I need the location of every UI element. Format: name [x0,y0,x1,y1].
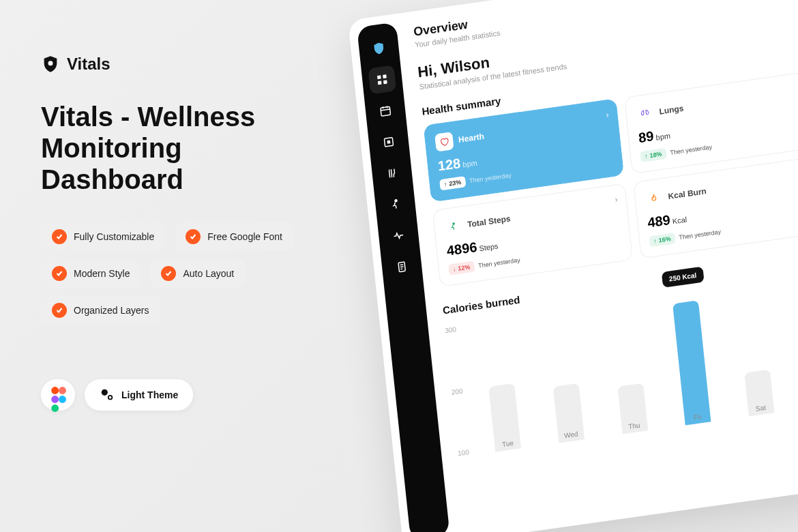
y-tick: 100 [458,448,470,457]
delta-badge: ↑ 16% [649,233,675,247]
svg-point-6 [102,389,108,396]
svg-rect-10 [378,80,382,85]
svg-point-3 [51,396,59,403]
card-lungs[interactable]: Lungs › 89bpm ↑ 18%Then yesterday [624,70,798,174]
figma-pill [41,379,75,411]
svg-rect-9 [383,74,387,78]
sidebar-item-heart[interactable] [385,221,413,250]
delta-badge: ↑ 18% [640,148,666,162]
theme-icon [100,387,115,402]
bar-column[interactable]: Wed [531,307,599,445]
check-icon [161,266,176,281]
calories-chart: Calories burned 300200100 TueWedThu250 K… [442,249,798,476]
card-kcal[interactable]: Kcal Burn › 489Kcal ↑ 16%Then yesterday [633,155,798,258]
sidebar-item-inbox[interactable] [374,128,403,157]
feature-item: Modern Style [41,259,141,288]
x-tick: Tue [502,439,514,448]
svg-point-7 [108,396,113,400]
feature-list: Fully Customizable Free Google Font Mode… [41,222,327,325]
card-steps[interactable]: Total Steps › 4896Steps ↓ 12%Then yester… [432,183,633,287]
bar-column[interactable]: Tue [468,316,535,454]
feature-item: Free Google Font [175,222,293,251]
svg-point-1 [51,387,59,394]
y-tick: 300 [445,325,457,334]
y-tick: 200 [451,387,463,396]
dashboard-window: Overview Your daily health statistics Hi… [348,0,798,532]
svg-point-16 [453,223,455,225]
feature-item: Fully Customizable [41,222,165,251]
theme-pill: Light Theme [85,379,193,411]
flame-icon [644,188,663,208]
x-tick: Sat [755,404,766,413]
running-icon [443,217,462,237]
svg-rect-11 [383,80,387,84]
delta-badge: ↓ 12% [448,261,475,276]
figma-icon [49,386,67,404]
sidebar-item-calendar[interactable] [371,96,400,125]
promo-panel: Vitals Vitals - Wellness Monitoring Dash… [41,55,327,411]
sidebar-logo[interactable] [365,33,394,63]
bar-column[interactable]: Sun [784,271,798,409]
bar-column[interactable]: Sat [721,280,788,418]
main-content: Overview Your daily health statistics Hi… [395,0,798,532]
svg-point-2 [59,387,66,394]
brand-name: Vitals [67,55,110,74]
y-axis: 300200100 [445,325,472,476]
sidebar-item-reports[interactable] [387,252,416,282]
brand: Vitals [41,55,327,74]
sidebar-item-activity[interactable] [381,190,410,219]
sidebar-item-dashboard[interactable] [368,65,397,94]
shield-icon [41,55,60,74]
svg-rect-12 [381,106,391,116]
check-icon [52,229,67,244]
x-tick: Fri [693,413,702,422]
chart-title: Calories burned [442,294,520,316]
sidebar-item-nutrition[interactable] [378,158,407,188]
chevron-right-icon[interactable]: › [606,110,609,119]
chevron-right-icon[interactable]: › [615,194,618,204]
headline: Vitals - Wellness Monitoring Dashboard [41,101,327,195]
bar-column[interactable]: Thu [595,298,662,436]
feature-item: Auto Layout [150,259,245,288]
check-icon [52,303,67,318]
delta-badge: ↑ 23% [439,176,466,190]
check-icon [186,229,201,244]
svg-point-5 [51,404,59,412]
svg-rect-8 [377,75,381,79]
bottom-pills: Light Theme [41,379,327,411]
svg-point-4 [59,396,66,403]
heart-icon [434,132,454,151]
card-heart[interactable]: Hearth › 128bpm ↑ 23%Then yesterday [424,98,624,202]
feature-item: Organized Layers [41,296,160,325]
chart-tooltip: 250 Kcal [662,266,704,287]
bar-column[interactable]: 250 KcalFri [657,289,725,427]
check-icon [52,266,67,281]
bar [673,300,711,425]
svg-point-14 [395,200,397,202]
lungs-icon [635,104,654,123]
svg-point-0 [48,61,53,65]
